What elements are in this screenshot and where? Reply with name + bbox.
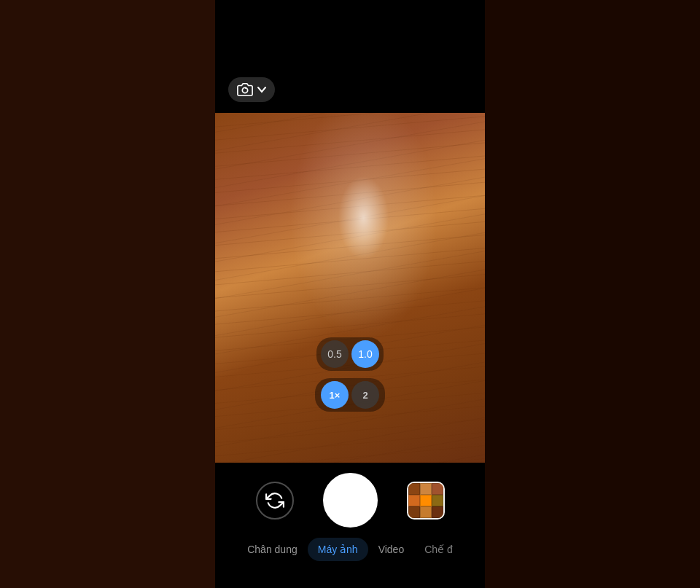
gallery-cell	[432, 483, 443, 495]
shutter-row	[215, 473, 485, 528]
tab-video[interactable]: Video	[368, 538, 415, 561]
gallery-cell	[408, 506, 420, 518]
gallery-cell	[420, 495, 432, 506]
gallery-cell	[432, 506, 443, 518]
gallery-cell	[420, 506, 432, 518]
camera-controls: Chân dung Máy ảnh Video Chế đ	[215, 463, 485, 588]
background-left	[0, 0, 215, 588]
tab-may-anh[interactable]: Máy ảnh	[308, 538, 368, 561]
gallery-button[interactable]	[407, 482, 445, 520]
zoom-options-row: 0.5 1.0	[316, 337, 384, 371]
flip-camera-icon	[265, 491, 284, 510]
flip-camera-button[interactable]	[256, 482, 294, 520]
mag-1x-button[interactable]: 1×	[321, 381, 349, 409]
top-bar	[215, 0, 485, 113]
gallery-cell	[408, 483, 420, 495]
shutter-button[interactable]	[323, 473, 378, 528]
mag-2x-button[interactable]: 2	[351, 381, 379, 409]
camera-viewfinder: 0.5 1.0 1× 2	[215, 113, 485, 463]
tab-che-do[interactable]: Chế đ	[414, 538, 463, 561]
magnifier-row: 1× 2	[315, 378, 385, 412]
zoom-10-button[interactable]: 1.0	[351, 340, 379, 368]
mode-tabs: Chân dung Máy ảnh Video Chế đ	[215, 538, 485, 561]
phone-container: 0.5 1.0 1× 2	[215, 0, 485, 588]
gallery-cell	[408, 495, 420, 506]
gallery-thumbnail	[408, 483, 443, 518]
chevron-down-icon	[257, 85, 266, 94]
zoom-05-button[interactable]: 0.5	[321, 340, 349, 368]
camera-settings-icon	[237, 82, 253, 98]
zoom-controls: 0.5 1.0 1× 2	[315, 337, 385, 412]
background-right	[485, 0, 700, 588]
tab-chan-dung[interactable]: Chân dung	[237, 538, 308, 561]
camera-settings-button[interactable]	[228, 77, 275, 102]
gallery-cell	[420, 483, 432, 495]
gallery-cell	[432, 495, 443, 506]
